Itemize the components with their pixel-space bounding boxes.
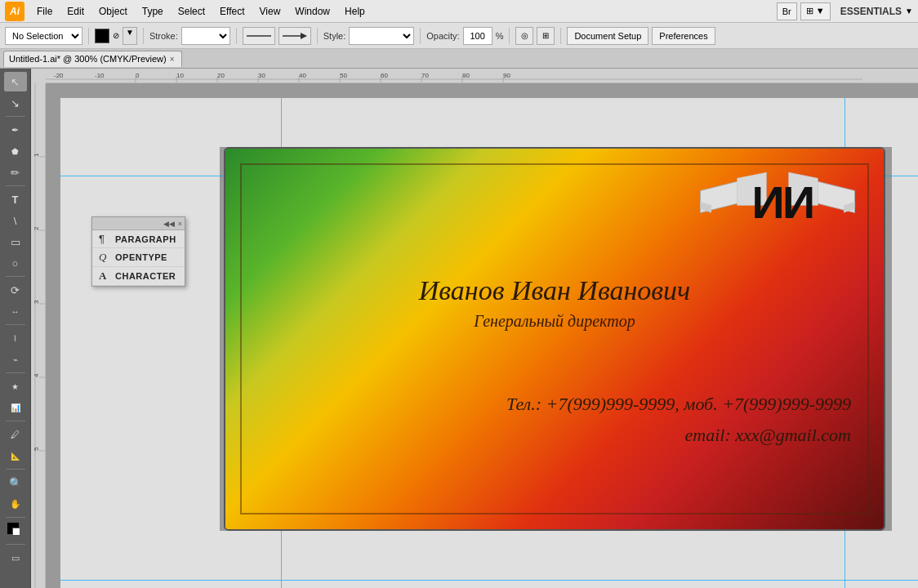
tool-pencil[interactable]: ✏: [4, 163, 27, 182]
tool-screen-mode[interactable]: ▭: [4, 548, 27, 568]
panel-item-paragraph[interactable]: ¶ PARAGRAPH: [92, 230, 185, 248]
tool-sep-5: [6, 372, 25, 373]
svg-text:30: 30: [258, 72, 265, 79]
tool-sep-4: [6, 324, 25, 325]
tools-panel: ↖ ↘ ✒ ⬟ ✏ T \ ▭ ○ ⟳ ↔ ⌇ ⌁ ★ 📊 🖊 📐 🔍 ✋ ▭: [0, 69, 31, 588]
svg-text:ИИ: ИИ: [752, 176, 813, 228]
svg-text:40: 40: [299, 72, 306, 79]
logo-svg: ИИ: [696, 165, 859, 238]
canvas-with-rulers: -20 -10 0 10 20 30 40 50 60 70 80 90: [31, 69, 918, 588]
svg-text:90: 90: [503, 72, 510, 79]
essentials-dropdown[interactable]: ▼: [905, 7, 913, 16]
menu-type[interactable]: Type: [136, 4, 169, 19]
menu-file[interactable]: File: [31, 4, 58, 19]
sep1: [88, 28, 89, 44]
tool-warp[interactable]: ⌁: [4, 350, 27, 369]
canvas-area: ИИ Иванов Иван Иванович Генеральный дире…: [60, 98, 918, 588]
svg-text:10: 10: [176, 72, 184, 79]
ruler-top: -20 -10 0 10 20 30 40 50 60 70 80 90: [46, 69, 918, 83]
opacity-input[interactable]: [463, 27, 492, 45]
document-setup-btn[interactable]: Document Setup: [567, 27, 648, 45]
card-name: Иванов Иван Иванович: [225, 275, 884, 306]
tool-eyedropper[interactable]: 🖊: [4, 425, 27, 444]
panel-collapse-btn[interactable]: ◀◀: [163, 220, 175, 228]
opentype-label: OPENTYPE: [115, 252, 167, 262]
tool-rect[interactable]: ▭: [4, 232, 27, 252]
tool-hand[interactable]: ✋: [4, 494, 27, 514]
bridge-btn[interactable]: Br: [777, 2, 797, 20]
workspace: ↖ ↘ ✒ ⬟ ✏ T \ ▭ ○ ⟳ ↔ ⌇ ⌁ ★ 📊 🖊 📐 🔍 ✋ ▭: [0, 69, 918, 588]
opacity-label: Opacity:: [426, 31, 459, 41]
svg-text:5: 5: [33, 447, 40, 451]
stroke-label: Stroke:: [149, 31, 178, 41]
menu-effect[interactable]: Effect: [214, 4, 250, 19]
svg-text:80: 80: [462, 72, 470, 79]
fill-color[interactable]: [95, 29, 109, 43]
typography-panel: ◀◀ × ¶ PARAGRAPH Q OPENTYPE A CHARACTER: [91, 216, 185, 287]
panel-item-opentype[interactable]: Q OPENTYPE: [92, 248, 185, 267]
doc-tab[interactable]: Untitled-1.ai* @ 300% (CMYK/Preview) ×: [3, 51, 182, 67]
style-dropdown[interactable]: [349, 27, 414, 45]
menu-window[interactable]: Window: [289, 4, 336, 19]
menu-object[interactable]: Object: [93, 4, 133, 19]
style-label: Style:: [323, 31, 346, 41]
panel-item-character[interactable]: A CHARACTER: [92, 267, 185, 286]
card-logo: ИИ: [696, 165, 859, 238]
svg-text:70: 70: [421, 72, 429, 79]
sep2: [143, 28, 144, 44]
tool-symbol[interactable]: ★: [4, 376, 27, 396]
card-phone: Тел.: +7(999)999-9999, моб. +7(999)999-9…: [225, 394, 851, 415]
svg-marker-2: [301, 33, 307, 39]
paragraph-icon: ¶: [99, 233, 110, 245]
opacity-extra[interactable]: ⊞: [537, 27, 555, 45]
fill-none: ⊘: [113, 31, 119, 40]
card-background: ИИ Иванов Иван Иванович Генеральный дире…: [225, 149, 884, 529]
tab-close-btn[interactable]: ×: [170, 55, 175, 64]
svg-rect-27: [31, 83, 46, 588]
paragraph-label: PARAGRAPH: [115, 234, 176, 244]
menu-edit[interactable]: Edit: [61, 4, 90, 19]
panel-close-btn[interactable]: ×: [178, 220, 182, 228]
svg-text:3: 3: [33, 300, 40, 304]
tool-blob[interactable]: ⬟: [4, 141, 27, 161]
tool-direct-select[interactable]: ↘: [4, 93, 27, 113]
sep7: [560, 28, 561, 44]
preferences-btn[interactable]: Preferences: [652, 27, 715, 45]
tool-measure[interactable]: 📐: [4, 446, 27, 466]
tool-type[interactable]: T: [4, 189, 27, 209]
menu-help[interactable]: Help: [339, 4, 371, 19]
tool-sep-3: [6, 276, 25, 277]
character-label: CHARACTER: [115, 271, 176, 281]
tool-sep-7: [6, 469, 25, 470]
content-row: 1 2 3 4 5: [31, 83, 918, 588]
tool-ellipse[interactable]: ○: [4, 253, 27, 273]
menu-select[interactable]: Select: [172, 4, 211, 19]
view-btn[interactable]: ⊞ ▼: [800, 2, 831, 20]
ruler-row: -20 -10 0 10 20 30 40 50 60 70 80 90: [31, 69, 918, 83]
tool-width[interactable]: ⌇: [4, 328, 27, 348]
svg-text:0: 0: [136, 72, 140, 79]
arrow-style-2[interactable]: [279, 27, 311, 45]
opacity-icon[interactable]: ◎: [515, 27, 533, 45]
tool-reflect[interactable]: ↔: [4, 301, 27, 321]
stroke-dropdown[interactable]: [181, 27, 230, 45]
ruler-left: 1 2 3 4 5: [31, 83, 46, 588]
panel-header: ◀◀ ×: [92, 217, 185, 230]
ruler-corner: [31, 69, 46, 83]
tool-fillstroke[interactable]: [4, 521, 27, 541]
fill-arrow[interactable]: ▼: [123, 27, 137, 45]
tool-select[interactable]: ↖: [4, 72, 27, 91]
tool-line[interactable]: \: [4, 211, 27, 230]
arrow-style-1[interactable]: [243, 27, 275, 45]
svg-text:60: 60: [381, 72, 388, 79]
sep6: [509, 28, 510, 44]
sep3: [236, 28, 237, 44]
tool-column[interactable]: 📊: [4, 398, 27, 417]
menu-view[interactable]: View: [254, 4, 287, 19]
opentype-icon: Q: [99, 251, 110, 264]
selection-dropdown[interactable]: No Selection: [5, 27, 82, 45]
tool-rotate[interactable]: ⟳: [4, 280, 27, 300]
tool-pen[interactable]: ✒: [4, 120, 27, 140]
tool-zoom[interactable]: 🔍: [4, 473, 27, 492]
doc-tab-title: Untitled-1.ai* @ 300% (CMYK/Preview): [9, 54, 167, 64]
